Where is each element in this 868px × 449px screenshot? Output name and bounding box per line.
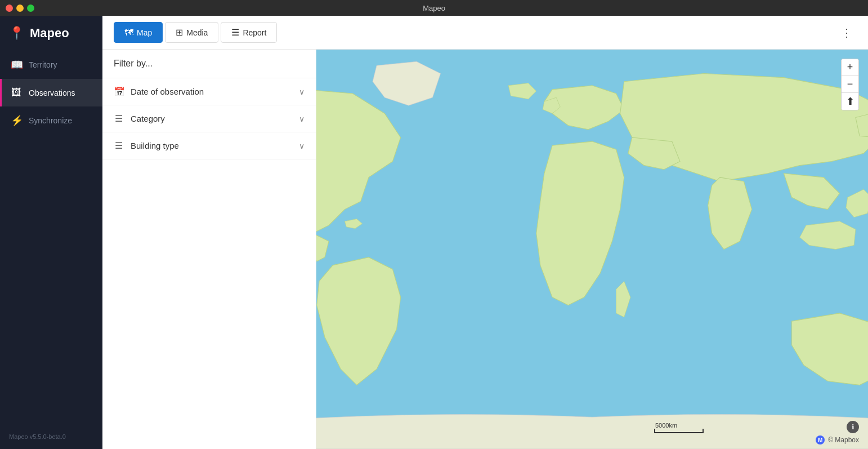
sidebar-logo: 📍 Mapeo	[0, 16, 102, 51]
sidebar-version: Mapeo v5.5.0-beta.0	[0, 424, 102, 449]
list-icon: ☰	[114, 113, 124, 124]
observations-icon: 🖼	[11, 87, 22, 99]
minimize-button[interactable]	[16, 5, 24, 12]
tab-report[interactable]: ☰ Report	[221, 22, 277, 43]
scale-bar	[654, 429, 704, 433]
filter-item-category-left: ☰ Category	[114, 113, 165, 124]
sidebar: 📍 Mapeo 📖 Territory 🖼 Observations ⚡ Syn…	[0, 16, 102, 449]
map-scale: 5000km	[654, 422, 704, 433]
close-button[interactable]	[6, 5, 13, 12]
world-map	[316, 50, 868, 449]
window-title: Mapeo	[423, 4, 445, 12]
filter-panel: Filter by... 📅 Date of observation ∨ ☰ C…	[102, 50, 316, 449]
building-list-icon: ☰	[114, 140, 124, 151]
titlebar: Mapeo	[0, 0, 868, 16]
window-controls	[6, 5, 34, 12]
sidebar-item-synchronize[interactable]: ⚡ Synchronize	[0, 106, 102, 135]
media-tab-icon: ⊞	[176, 27, 183, 38]
territory-icon: 📖	[11, 59, 22, 71]
tab-media[interactable]: ⊞ Media	[165, 22, 218, 43]
map-tab-icon: 🗺	[124, 28, 133, 38]
logo-text: Mapeo	[30, 26, 69, 41]
filter-item-building-left: ☰ Building type	[114, 140, 179, 151]
filter-date-label: Date of observation	[131, 87, 204, 96]
chevron-down-icon: ∨	[299, 141, 305, 150]
filter-item-date-left: 📅 Date of observation	[114, 86, 204, 97]
filter-item-building[interactable]: ☰ Building type ∨	[102, 132, 316, 159]
map-info-button[interactable]: ℹ	[847, 421, 859, 433]
filter-header: Filter by...	[102, 50, 316, 78]
topbar: 🗺 Map ⊞ Media ☰ Report ⋮	[102, 16, 868, 50]
reset-bearing-button[interactable]: ⬆	[842, 93, 858, 110]
tab-group: 🗺 Map ⊞ Media ☰ Report	[114, 22, 277, 43]
zoom-in-button[interactable]: +	[842, 59, 858, 76]
scale-label: 5000km	[654, 422, 677, 429]
map-controls: + − ⬆	[841, 59, 859, 110]
logo-icon: 📍	[9, 26, 24, 41]
calendar-icon: 📅	[114, 86, 124, 97]
filter-scroll[interactable]: 📅 Date of observation ∨ ☰ Category ∨	[102, 78, 316, 449]
zoom-out-button[interactable]: −	[842, 76, 858, 93]
sidebar-nav: 📖 Territory 🖼 Observations ⚡ Synchronize	[0, 51, 102, 424]
tab-report-label: Report	[243, 28, 266, 37]
report-tab-icon: ☰	[231, 27, 239, 38]
filter-item-date[interactable]: 📅 Date of observation ∨	[102, 78, 316, 105]
mapbox-icon: M	[816, 435, 825, 444]
maximize-button[interactable]	[27, 5, 34, 12]
synchronize-icon: ⚡	[11, 114, 22, 127]
below-topbar: Filter by... 📅 Date of observation ∨ ☰ C…	[102, 50, 868, 449]
sidebar-item-territory[interactable]: 📖 Territory	[0, 51, 102, 79]
filter-category-label: Category	[131, 114, 165, 123]
tab-map[interactable]: 🗺 Map	[114, 22, 163, 43]
filter-building-label: Building type	[131, 141, 179, 150]
sidebar-item-label: Synchronize	[29, 116, 72, 125]
tab-media-label: Media	[186, 28, 208, 37]
sidebar-item-label: Observations	[29, 88, 75, 97]
mapbox-attribution: M © Mapbox	[816, 435, 859, 444]
tab-map-label: Map	[137, 28, 152, 37]
sidebar-item-observations[interactable]: 🖼 Observations	[0, 79, 102, 106]
main-content: 🗺 Map ⊞ Media ☰ Report ⋮ Filter by...	[102, 16, 868, 449]
chevron-down-icon: ∨	[299, 87, 305, 96]
mapbox-text: © Mapbox	[828, 436, 859, 444]
chevron-down-icon: ∨	[299, 114, 305, 123]
map-area[interactable]: + − ⬆ 5000km ℹ M © Mapbox	[316, 50, 868, 449]
more-button[interactable]: ⋮	[836, 24, 857, 42]
filter-item-category[interactable]: ☰ Category ∨	[102, 105, 316, 132]
app-container: 📍 Mapeo 📖 Territory 🖼 Observations ⚡ Syn…	[0, 16, 868, 449]
sidebar-item-label: Territory	[29, 60, 57, 69]
